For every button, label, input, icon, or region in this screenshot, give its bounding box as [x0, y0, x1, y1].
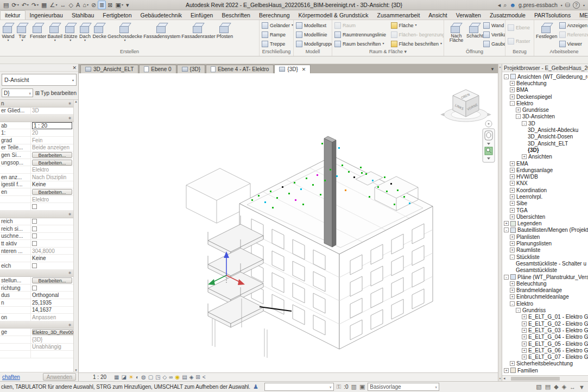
- tree-item[interactable]: - 3D: [502, 120, 588, 127]
- property-row[interactable]: nteren ... 304,8000: [0, 248, 73, 255]
- view-scale[interactable]: 1 : 20: [93, 374, 106, 380]
- ribbon-button[interactable]: Fassadensystem: [143, 21, 181, 48]
- tree-expander-icon[interactable]: +: [504, 221, 509, 226]
- ribbon-button[interactable]: Viewer: [558, 41, 588, 47]
- ribbon-tab[interactable]: Zusammenarbeit: [373, 11, 425, 20]
- property-value[interactable]: 1 : 20: [32, 122, 72, 129]
- ribbon-button[interactable]: Flächen- begrenzung: [390, 30, 443, 39]
- ribbon-tab[interactable]: Körpermodell & Grundstück: [294, 11, 373, 20]
- tree-item[interactable]: + Grundrisse: [502, 106, 588, 113]
- switch-windows-icon[interactable]: ▣▾: [115, 1, 124, 9]
- close-view-icon[interactable]: ✕: [302, 67, 306, 72]
- property-row[interactable]: grad Fein: [0, 137, 73, 144]
- tree-expander-icon[interactable]: +: [510, 81, 515, 86]
- ribbon-button[interactable]: Geschossdecke ▾: [107, 21, 143, 48]
- customize-qat-icon[interactable]: ▾: [125, 1, 130, 9]
- property-row[interactable]: Unabhängig: [0, 344, 73, 351]
- ribbon-button[interactable]: Rampe: [261, 31, 292, 38]
- ribbon-button[interactable]: Tür ▾: [15, 21, 29, 48]
- property-row[interactable]: 14,1637: [0, 307, 73, 314]
- reveal-constraints-icon[interactable]: ⊞: [195, 374, 200, 381]
- tree-item[interactable]: Gesamtstückliste - Schalter u: [502, 260, 588, 267]
- signed-in-user[interactable]: g.pres-essbach: [519, 2, 558, 8]
- section-box-icon[interactable]: ◇: [163, 374, 167, 381]
- property-row[interactable]: [0, 351, 73, 358]
- tree-expander-icon[interactable]: +: [510, 235, 515, 239]
- tree-item[interactable]: + Planungslisten: [502, 240, 588, 246]
- view-tab[interactable]: 3D_Ansicht_ELT: [80, 65, 138, 73]
- scroll-down-icon[interactable]: ▼: [74, 369, 78, 372]
- apply-button[interactable]: Anwenden: [43, 373, 76, 381]
- ribbon-button[interactable]: Referenzebe: [558, 31, 588, 38]
- tree-expander-icon[interactable]: +: [510, 241, 515, 246]
- ribbon-tab[interactable]: Beschriften: [217, 11, 255, 20]
- save-icon[interactable]: ▤: [2, 1, 10, 9]
- tree-item[interactable]: + Leerrohrpl.: [502, 193, 588, 200]
- property-checkbox[interactable]: [32, 226, 37, 231]
- ribbon-button[interactable]: Fassadenraster: [181, 21, 216, 48]
- design-option-dropdown[interactable]: Basisvorlage∨: [368, 383, 439, 391]
- tree-expander-icon[interactable]: +: [510, 181, 515, 186]
- ribbon-button[interactable]: Raumtrennungslinie: [333, 30, 387, 39]
- thin-lines-icon[interactable]: ≣: [98, 1, 106, 9]
- drag-elements-on-selection-icon[interactable]: ↔: [570, 384, 576, 390]
- user-menu-caret-icon[interactable]: ▾: [561, 3, 562, 7]
- property-row[interactable]: Keine: [0, 255, 73, 262]
- ribbon-button[interactable]: Fläche▾: [390, 21, 443, 30]
- tree-item[interactable]: + TGA: [502, 207, 588, 213]
- ribbon-button[interactable]: Ebene: [507, 24, 532, 31]
- property-checkbox[interactable]: [32, 286, 37, 290]
- tree-expander-icon[interactable]: +: [510, 201, 515, 206]
- aligned-dimension-icon[interactable]: ↔: [59, 1, 67, 9]
- tree-expander-icon[interactable]: -: [504, 275, 509, 280]
- property-value[interactable]: Fein: [32, 137, 42, 143]
- view-tab[interactable]: Ebene 4 - AT- Elektro: [206, 65, 274, 73]
- palette-scrollbar[interactable]: ▲▼: [73, 100, 78, 372]
- 3d-model-canvas[interactable]: OBEN LINKS VORNE: [79, 73, 498, 372]
- tree-item[interactable]: + Erdungsanlage: [502, 167, 588, 173]
- viewport-scrollbar[interactable]: ▲▼: [498, 64, 502, 381]
- tree-item[interactable]: + HVW/DB: [502, 173, 588, 180]
- property-value[interactable]: Keine: [32, 255, 46, 261]
- tag-icon[interactable]: ◇: [67, 1, 74, 9]
- ribbon-tab[interactable]: Ansicht: [424, 11, 451, 20]
- temporary-view-properties-icon[interactable]: ▤: [182, 374, 187, 381]
- group-pin-icon[interactable]: ∗: [68, 116, 73, 121]
- help-menu-caret-icon[interactable]: ▾: [583, 3, 585, 7]
- select-underlay-icon[interactable]: ▤: [545, 383, 551, 390]
- default-3d-view-icon[interactable]: ⌂▾: [81, 1, 90, 9]
- property-checkbox[interactable]: [32, 241, 37, 246]
- tree-expander-icon[interactable]: +: [522, 355, 527, 359]
- property-row[interactable]: en Bearbeiten...: [0, 188, 73, 196]
- tree-item[interactable]: + Einbruchmeldeanlage: [502, 294, 588, 300]
- property-value[interactable]: Unabhängig: [32, 344, 61, 350]
- show-crop-region-icon[interactable]: ◳: [155, 374, 160, 381]
- tree-expander-icon[interactable]: -: [504, 74, 509, 79]
- tree-item[interactable]: - Pläne (WT_Planstruktur_Vers01): [502, 274, 588, 280]
- tree-item[interactable]: - Stückliste: [502, 254, 588, 260]
- tree-expander-icon[interactable]: +: [510, 161, 515, 166]
- property-value[interactable]: 25,1935: [32, 300, 52, 306]
- ribbon-button[interactable]: Geländer▾: [261, 22, 292, 29]
- tree-expander-icon[interactable]: +: [510, 168, 515, 173]
- ribbon-tab[interactable]: itektur: [0, 10, 26, 20]
- view-cube[interactable]: OBEN LINKS VORNE: [440, 90, 491, 122]
- tree-item[interactable]: 3D_Ansicht-Dosen: [502, 134, 588, 140]
- view-tab[interactable]: {3D}: [177, 65, 205, 73]
- tree-item[interactable]: - Elektro: [502, 300, 588, 307]
- tree-expander-icon[interactable]: +: [504, 368, 509, 373]
- edit-type-button[interactable]: ⊞Typ bearbeiten: [35, 90, 77, 96]
- ribbon-button[interactable]: Decke: [92, 21, 108, 48]
- property-checkbox[interactable]: [32, 263, 37, 268]
- tree-expander-icon[interactable]: +: [522, 328, 527, 333]
- ribbon-button[interactable]: Raster: [507, 38, 532, 45]
- tree-item[interactable]: + Planlisten: [502, 233, 588, 240]
- property-row[interactable]: 1: 20: [0, 129, 73, 137]
- tree-expander-icon[interactable]: +: [510, 288, 515, 293]
- tree-item[interactable]: {3D}: [502, 147, 588, 153]
- property-edit-button[interactable]: Elektro_3D_Rev00: [32, 329, 74, 335]
- ribbon-button[interactable]: Modelllinie: [295, 31, 331, 38]
- property-row[interactable]: ∗: [0, 270, 73, 277]
- tree-item[interactable]: + Familien: [502, 367, 588, 374]
- property-value[interactable]: Keine: [32, 181, 46, 187]
